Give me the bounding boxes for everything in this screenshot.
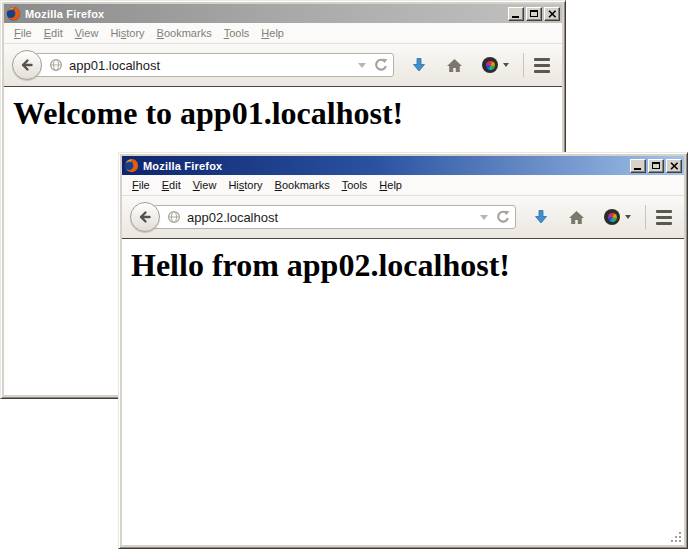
menu-hamburger-icon — [656, 210, 672, 213]
menu-hamburger-icon — [534, 58, 550, 61]
menu-history[interactable]: History — [222, 177, 268, 193]
menu-view[interactable]: View — [69, 25, 105, 41]
back-arrow-icon — [137, 209, 153, 225]
page-heading: Welcome to app01.localhost! — [13, 95, 562, 132]
colorwheel-icon — [482, 57, 498, 73]
maximize-button[interactable] — [526, 7, 542, 21]
maximize-icon — [652, 162, 660, 169]
menu-edit[interactable]: Edit — [156, 177, 187, 193]
menu-view[interactable]: View — [187, 177, 223, 193]
menu-file[interactable]: File — [126, 177, 156, 193]
minimize-icon — [634, 168, 641, 170]
globe-icon[interactable] — [167, 210, 181, 224]
navigation-toolbar: app01.localhost — [4, 43, 562, 87]
globe-icon[interactable] — [49, 58, 63, 72]
menu-bookmarks[interactable]: Bookmarks — [269, 177, 336, 193]
menu-help[interactable]: Help — [255, 25, 290, 41]
menu-tools[interactable]: Tools — [218, 25, 256, 41]
toolbar-separator — [523, 53, 524, 77]
chevron-down-icon — [503, 63, 509, 67]
minimize-button[interactable] — [630, 159, 646, 173]
menu-button[interactable] — [534, 58, 550, 73]
url-bar[interactable]: app02.localhost — [153, 205, 516, 229]
reload-icon[interactable] — [495, 210, 510, 225]
menu-edit[interactable]: Edit — [38, 25, 69, 41]
menu-tools[interactable]: Tools — [336, 177, 374, 193]
download-icon — [533, 209, 549, 225]
titlebar[interactable]: Mozilla Firefox — [4, 4, 562, 23]
minimize-icon — [512, 16, 519, 18]
window-title: Mozilla Firefox — [143, 160, 628, 172]
firefox-icon[interactable] — [124, 158, 139, 173]
home-button[interactable] — [568, 210, 585, 225]
page-content: Hello from app02.localhost! — [122, 239, 684, 545]
back-button[interactable] — [130, 202, 160, 232]
colorwheel-button[interactable] — [482, 57, 509, 73]
titlebar[interactable]: Mozilla Firefox — [122, 156, 684, 175]
home-icon — [446, 58, 463, 73]
reload-icon[interactable] — [373, 58, 388, 73]
firefox-window-app02: Mozilla Firefox File Edit View History B… — [118, 152, 688, 549]
navigation-toolbar: app02.localhost — [122, 195, 684, 239]
back-button[interactable] — [12, 50, 42, 80]
url-bar[interactable]: app01.localhost — [35, 53, 394, 77]
urlbar-dropdown-icon[interactable] — [358, 63, 366, 68]
colorwheel-icon — [604, 209, 620, 225]
menu-bar: File Edit View History Bookmarks Tools H… — [4, 23, 562, 43]
home-button[interactable] — [446, 58, 463, 73]
toolbar-separator — [645, 205, 646, 229]
menu-bookmarks[interactable]: Bookmarks — [151, 25, 218, 41]
chevron-down-icon — [625, 215, 631, 219]
firefox-icon[interactable] — [6, 6, 21, 21]
download-button[interactable] — [533, 209, 549, 225]
menu-bar: File Edit View History Bookmarks Tools H… — [122, 175, 684, 195]
close-button[interactable] — [666, 159, 682, 173]
close-icon — [670, 162, 679, 170]
menu-file[interactable]: File — [8, 25, 38, 41]
page-heading: Hello from app02.localhost! — [131, 247, 684, 284]
menu-help[interactable]: Help — [373, 177, 408, 193]
menu-button[interactable] — [656, 210, 672, 225]
urlbar-dropdown-icon[interactable] — [480, 215, 488, 220]
maximize-button[interactable] — [648, 159, 664, 173]
url-text: app01.localhost — [69, 58, 356, 73]
minimize-button[interactable] — [508, 7, 524, 21]
menu-history[interactable]: History — [104, 25, 150, 41]
close-icon — [548, 10, 557, 18]
home-icon — [568, 210, 585, 225]
resize-grip[interactable] — [670, 531, 683, 544]
colorwheel-button[interactable] — [604, 209, 631, 225]
download-icon — [411, 57, 427, 73]
close-button[interactable] — [544, 7, 560, 21]
window-title: Mozilla Firefox — [25, 8, 506, 20]
back-arrow-icon — [19, 57, 35, 73]
download-button[interactable] — [411, 57, 427, 73]
maximize-icon — [530, 10, 538, 17]
url-text: app02.localhost — [187, 210, 478, 225]
